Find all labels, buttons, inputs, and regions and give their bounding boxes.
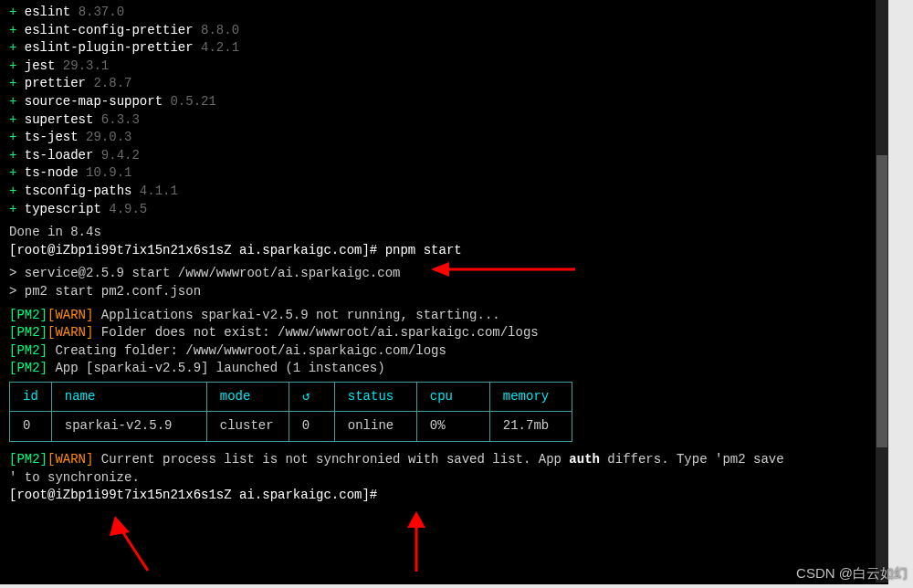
scrollbar-thumb[interactable] <box>876 155 887 447</box>
package-name: prettier <box>25 76 86 90</box>
plus-icon: + <box>9 184 16 198</box>
cell-cpu: 0% <box>416 412 489 442</box>
package-version: 8.8.0 <box>201 23 239 37</box>
plus-icon: + <box>9 148 16 163</box>
svg-marker-5 <box>407 511 425 528</box>
restart-icon: ↻ <box>302 388 310 406</box>
pm2-post-warn-line-2: ' to synchronize. <box>9 469 879 488</box>
plus-icon: + <box>9 40 16 55</box>
package-version: 10.9.1 <box>86 165 131 180</box>
terminal-window[interactable]: + eslint 8.37.0+ eslint-config-prettier … <box>0 0 888 584</box>
cell-mode: cluster <box>206 412 289 442</box>
package-line: + ts-jest 29.0.3 <box>9 129 879 147</box>
package-name: source-map-support <box>25 94 163 109</box>
th-restart: ↻ <box>289 382 334 412</box>
cell-memory: 21.7mb <box>489 412 572 442</box>
package-version: 29.3.1 <box>63 58 109 73</box>
cell-status: online <box>334 412 416 442</box>
package-version: 4.2.1 <box>201 40 239 55</box>
package-line: + tsconfig-paths 4.1.1 <box>9 183 879 201</box>
scrollbar-track[interactable] <box>876 0 888 583</box>
package-name: ts-node <box>25 165 79 180</box>
cell-id: 0 <box>10 412 52 442</box>
package-line: + eslint-config-prettier 8.8.0 <box>9 22 879 40</box>
package-line: + source-map-support 0.5.21 <box>9 93 879 111</box>
npm-run-line-1: > service@2.5.9 start /www/wwwroot/ai.sp… <box>9 266 400 280</box>
done-line: Done in 8.4s <box>9 225 101 239</box>
th-cpu: cpu <box>416 382 489 412</box>
package-name: eslint-config-prettier <box>25 23 194 37</box>
svg-line-2 <box>121 529 148 571</box>
package-line: + jest 29.3.1 <box>9 58 879 76</box>
package-name: supertest <box>25 112 94 127</box>
plus-icon: + <box>9 202 16 216</box>
install-output: + eslint 8.37.0+ eslint-config-prettier … <box>9 4 879 218</box>
package-line: + ts-loader 9.4.2 <box>9 147 879 165</box>
package-version: 4.1.1 <box>140 184 178 198</box>
package-line: + supertest 6.3.3 <box>9 111 879 130</box>
package-version: 0.5.21 <box>170 94 215 109</box>
plus-icon: + <box>9 130 16 144</box>
th-memory: memory <box>489 382 572 412</box>
shell-prompt-1[interactable]: [root@iZbp1i99t7ix15n21x6s1sZ ai.sparkai… <box>9 242 879 260</box>
package-name: ts-jest <box>25 130 79 144</box>
th-name: name <box>51 382 206 412</box>
pm2-post-warn-line-1: [PM2][WARN] Current process list is not … <box>9 451 879 469</box>
th-id: id <box>10 382 52 412</box>
pm2-table: id name mode ↻ status cpu memory 0 spark… <box>9 382 879 442</box>
package-name: eslint-plugin-prettier <box>25 40 194 55</box>
table-row: 0 sparkai-v2.5.9 cluster 0 online 0% 21.… <box>10 412 572 442</box>
svg-marker-3 <box>110 516 130 536</box>
plus-icon: + <box>9 5 16 19</box>
package-name: jest <box>25 58 56 73</box>
plus-icon: + <box>9 112 16 127</box>
th-status: status <box>334 382 416 412</box>
th-mode: mode <box>206 382 289 412</box>
package-name: eslint <box>25 5 70 19</box>
plus-icon: + <box>9 165 16 180</box>
annotation-arrow-icon <box>398 511 435 573</box>
watermark-text: CSDN @白云如幻 <box>796 563 908 583</box>
plus-icon: + <box>9 58 16 73</box>
package-line: + ts-node 10.9.1 <box>9 164 879 183</box>
plus-icon: + <box>9 76 16 90</box>
package-line: + prettier 2.8.7 <box>9 75 879 93</box>
package-line: + eslint 8.37.0 <box>9 4 879 22</box>
annotation-arrow-icon <box>102 516 157 572</box>
cell-restart: 0 <box>289 412 334 442</box>
package-version: 4.9.5 <box>109 202 147 216</box>
plus-icon: + <box>9 94 16 109</box>
package-name: tsconfig-paths <box>25 184 132 198</box>
package-version: 2.8.7 <box>93 76 131 90</box>
pm2-info-line-1: [PM2] Creating folder: /www/wwwroot/ai.s… <box>9 342 879 361</box>
package-version: 9.4.2 <box>101 148 140 163</box>
cell-name: sparkai-v2.5.9 <box>51 412 206 442</box>
package-version: 29.0.3 <box>86 130 131 144</box>
npm-run-line-2: > pm2 start pm2.conf.json <box>9 284 201 299</box>
package-version: 6.3.3 <box>101 112 140 127</box>
table-header-row: id name mode ↻ status cpu memory <box>10 382 572 412</box>
package-line: + typescript 4.9.5 <box>9 201 879 219</box>
shell-prompt-2[interactable]: [root@iZbp1i99t7ix15n21x6s1sZ ai.sparkai… <box>9 487 879 505</box>
package-name: typescript <box>25 202 101 216</box>
pm2-warn-line-1: [PM2][WARN] Applications sparkai-v2.5.9 … <box>9 307 879 325</box>
pm2-warn-line-2: [PM2][WARN] Folder does not exist: /www/… <box>9 324 879 342</box>
package-version: 8.37.0 <box>79 5 124 19</box>
package-name: ts-loader <box>25 148 94 163</box>
plus-icon: + <box>9 23 16 37</box>
package-line: + eslint-plugin-prettier 4.2.1 <box>9 39 879 58</box>
pm2-info-line-2: [PM2] App [sparkai-v2.5.9] launched (1 i… <box>9 360 879 378</box>
